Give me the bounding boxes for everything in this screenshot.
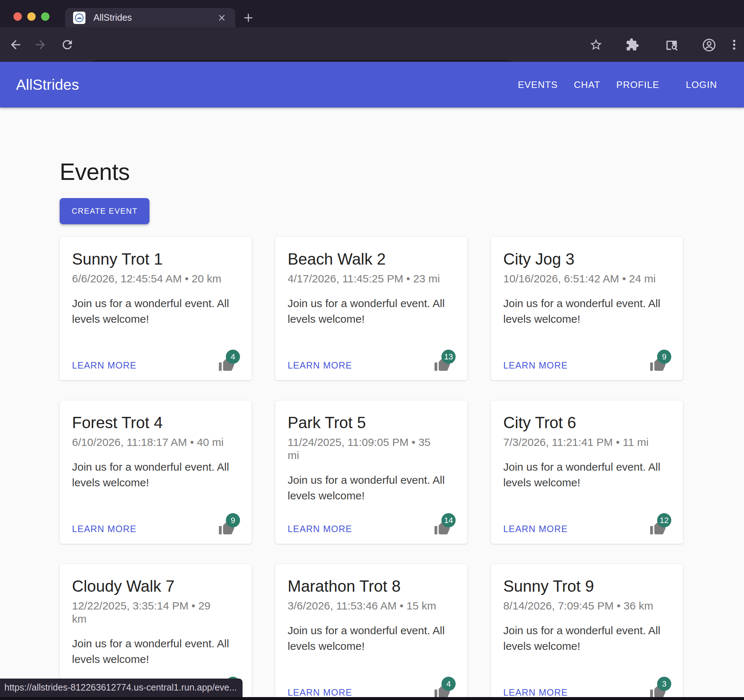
- event-title: City Trot 6: [503, 414, 671, 432]
- learn-more-link[interactable]: LEARN MORE: [288, 360, 352, 373]
- like-count-badge: 4: [442, 677, 455, 691]
- like-count-badge: 13: [442, 350, 455, 364]
- event-card: Park Trot 5 11/24/2025, 11:09:05 PM • 35…: [275, 401, 467, 544]
- event-card: Marathon Trot 8 3/6/2026, 11:53:46 AM • …: [275, 564, 467, 700]
- event-meta: 4/17/2026, 11:45:25 PM • 23 mi: [288, 272, 443, 285]
- event-meta: 11/24/2025, 11:09:05 PM • 35 mi: [288, 436, 443, 462]
- like-count-badge: 4: [226, 350, 240, 364]
- event-description: Join us for a wonderful event. All level…: [72, 636, 239, 667]
- like-button[interactable]: 9: [649, 356, 666, 373]
- app-brand: AllStrides: [16, 76, 79, 94]
- nav-events[interactable]: EVENTS: [518, 79, 558, 91]
- main-nav: EVENTS CHAT PROFILE LOGIN: [518, 79, 717, 91]
- event-description: Join us for a wonderful event. All level…: [503, 459, 671, 490]
- event-card: Beach Walk 2 4/17/2026, 11:45:25 PM • 23…: [275, 237, 467, 380]
- forward-button[interactable]: [33, 38, 47, 52]
- browser-menu-dots-icon[interactable]: [727, 38, 741, 52]
- nav-login[interactable]: LOGIN: [686, 79, 717, 91]
- like-count-badge: 14: [442, 513, 455, 528]
- tab-title: AllStrides: [94, 12, 216, 23]
- extensions-puzzle-icon[interactable]: [625, 38, 639, 52]
- learn-more-link[interactable]: LEARN MORE: [503, 524, 568, 537]
- nav-profile[interactable]: PROFILE: [616, 79, 659, 91]
- link-status-tooltip: https://allstrides-812263612774.us-centr…: [0, 679, 243, 697]
- event-card-footer: LEARN MORE 9: [503, 342, 671, 373]
- site-favicon-icon: [73, 12, 85, 24]
- window-bottom-edge: [0, 697, 744, 700]
- event-card-footer: LEARN MORE 9: [72, 505, 239, 537]
- new-tab-button[interactable]: [241, 11, 255, 25]
- back-button[interactable]: [9, 38, 22, 52]
- like-button[interactable]: 13: [434, 356, 451, 373]
- profile-avatar-icon[interactable]: [702, 38, 716, 52]
- event-description: Join us for a wonderful event. All level…: [503, 296, 671, 327]
- event-card-footer: LEARN MORE 14: [288, 505, 455, 537]
- browser-tab-strip: AllStrides: [0, 0, 744, 27]
- like-count-badge: 12: [657, 513, 671, 528]
- learn-more-link[interactable]: LEARN MORE: [72, 360, 136, 373]
- like-count-badge: 3: [657, 677, 671, 691]
- browser-toolbar: allstrides-812263612774.us-central1.run.…: [0, 27, 744, 62]
- nav-chat[interactable]: CHAT: [574, 79, 600, 91]
- event-card: City Jog 3 10/16/2026, 6:51:42 AM • 24 m…: [491, 237, 683, 380]
- like-button[interactable]: 4: [218, 356, 235, 373]
- event-meta: 7/3/2026, 11:21:41 PM • 11 mi: [503, 436, 659, 449]
- event-description: Join us for a wonderful event. All level…: [72, 459, 239, 490]
- event-description: Join us for a wonderful event. All level…: [288, 623, 455, 654]
- event-description: Join us for a wonderful event. All level…: [72, 296, 239, 327]
- event-description: Join us for a wonderful event. All level…: [288, 296, 455, 327]
- event-title: Sunny Trot 9: [503, 577, 671, 596]
- event-title: Forest Trot 4: [72, 414, 239, 432]
- event-title: Park Trot 5: [288, 414, 455, 432]
- window-close-button[interactable]: [13, 12, 22, 21]
- like-count-badge: 9: [657, 350, 671, 364]
- browser-tab[interactable]: AllStrides: [65, 8, 235, 27]
- event-meta: 3/6/2026, 11:53:46 AM • 15 km: [288, 599, 443, 612]
- event-card: City Trot 6 7/3/2026, 11:21:41 PM • 11 m…: [491, 401, 683, 544]
- app-header: AllStrides EVENTS CHAT PROFILE LOGIN: [0, 62, 744, 108]
- learn-more-link[interactable]: LEARN MORE: [503, 360, 568, 373]
- event-meta: 10/16/2026, 6:51:42 AM • 24 mi: [503, 272, 659, 285]
- page-title: Events: [60, 159, 684, 185]
- learn-more-link[interactable]: LEARN MORE: [72, 524, 136, 537]
- window-zoom-button[interactable]: [41, 12, 49, 21]
- event-description: Join us for a wonderful event. All level…: [503, 623, 671, 654]
- create-event-button[interactable]: CREATE EVENT: [60, 198, 149, 224]
- event-card-grid: Sunny Trot 1 6/6/2026, 12:45:54 AM • 20 …: [60, 237, 684, 700]
- event-meta: 8/14/2026, 7:09:45 PM • 36 km: [503, 599, 659, 612]
- event-meta: 6/10/2026, 11:18:17 AM • 40 mi: [72, 436, 228, 449]
- like-button[interactable]: 9: [218, 520, 235, 537]
- event-card-footer: LEARN MORE 4: [72, 342, 239, 373]
- window-minimize-button[interactable]: [27, 12, 36, 21]
- event-card-footer: LEARN MORE 4: [288, 669, 455, 700]
- event-description: Join us for a wonderful event. All level…: [288, 472, 455, 504]
- page-content: Events CREATE EVENT Sunny Trot 1 6/6/202…: [0, 108, 744, 700]
- like-count-badge: 9: [226, 513, 240, 528]
- tab-close-icon[interactable]: [216, 12, 227, 23]
- event-meta: 6/6/2026, 12:45:54 AM • 20 km: [72, 272, 228, 285]
- like-button[interactable]: 14: [434, 520, 451, 537]
- learn-more-link[interactable]: LEARN MORE: [288, 524, 352, 537]
- event-card: Forest Trot 4 6/10/2026, 11:18:17 AM • 4…: [60, 401, 251, 544]
- event-title: Marathon Trot 8: [288, 577, 455, 596]
- event-card-footer: LEARN MORE 12: [503, 505, 671, 537]
- event-card: Sunny Trot 9 8/14/2026, 7:09:45 PM • 36 …: [491, 564, 683, 700]
- event-card-footer: LEARN MORE 13: [288, 342, 455, 373]
- reload-button[interactable]: [60, 38, 74, 52]
- event-card-footer: LEARN MORE 3: [503, 669, 671, 700]
- event-meta: 12/22/2025, 3:35:14 PM • 29 km: [72, 599, 228, 626]
- event-title: Cloudy Walk 7: [72, 577, 239, 596]
- event-title: Sunny Trot 1: [72, 250, 239, 269]
- like-button[interactable]: 12: [649, 520, 666, 537]
- event-title: City Jog 3: [503, 250, 671, 269]
- reading-mode-icon[interactable]: [665, 38, 679, 52]
- bookmark-star-icon[interactable]: [589, 38, 603, 52]
- event-card: Sunny Trot 1 6/6/2026, 12:45:54 AM • 20 …: [60, 237, 251, 380]
- event-title: Beach Walk 2: [288, 250, 455, 269]
